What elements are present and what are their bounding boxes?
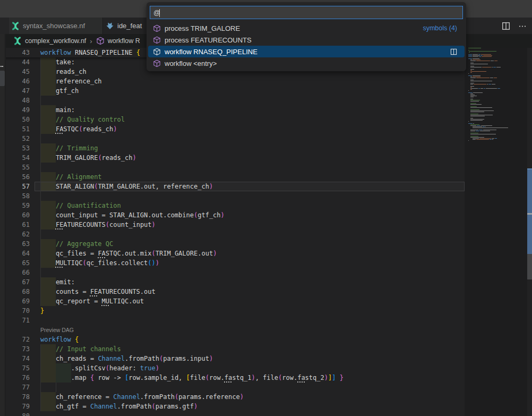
symbol-package-icon xyxy=(153,36,161,44)
line-number: 72 xyxy=(6,335,30,344)
line-number: 50 xyxy=(6,115,30,124)
code-line-48[interactable]: 48 xyxy=(6,96,465,105)
code-line-text: .splitCsv(header: true) xyxy=(40,363,159,373)
line-number: 77 xyxy=(6,383,30,392)
editor-scrollbar-slider[interactable] xyxy=(527,254,532,279)
tab-syntax-showcase[interactable]: syntax_showcase.nf xyxy=(9,18,103,34)
code-line-57[interactable]: 57 STAR_ALIGN(TRIM_GALORE.out, reference… xyxy=(6,182,465,191)
code-line-46[interactable]: 46 reference_ch xyxy=(6,77,465,86)
code-line-47[interactable]: 47 gtf_ch xyxy=(6,86,465,96)
code-editor[interactable]: 43workflow RNASEQ_PIPELINE { 44 take:45 … xyxy=(6,48,465,416)
code-line-58[interactable]: 58 xyxy=(6,191,465,201)
code-line-text: workflow { xyxy=(40,335,79,344)
quick-pick-list: process TRIM_GALOREsymbols (4)process FE… xyxy=(148,22,465,69)
quickpick-item-2[interactable]: workflow RNASEQ_PIPELINE xyxy=(148,46,465,57)
code-line-text: FASTQC(reads_ch) xyxy=(40,124,117,134)
code-line-80[interactable]: 80 xyxy=(6,411,465,416)
code-line-79[interactable]: 79 ch_gtf = Channel.fromPath(params.gtf) xyxy=(6,402,465,411)
code-line-text: ch_reference = Channel.fromPath(params.r… xyxy=(40,392,244,402)
code-line-71[interactable]: 71 xyxy=(6,316,465,325)
code-line-text: TRIM_GALORE(reads_ch) xyxy=(40,153,136,163)
indent-guide xyxy=(40,134,41,143)
codelens-row: Preview DAG xyxy=(6,325,465,335)
code-line-75[interactable]: 75 .splitCsv(header: true) xyxy=(6,363,465,373)
code-line-56[interactable]: 56 // Alignment xyxy=(6,172,465,182)
line-number: 52 xyxy=(6,134,30,143)
code-line-text: // Alignment xyxy=(40,172,102,182)
code-line-74[interactable]: 74 ch_reads = Channel.fromPath(params.in… xyxy=(6,354,465,363)
chevron-right-icon: › xyxy=(89,37,92,45)
codelens-preview-dag-link[interactable]: Preview DAG xyxy=(40,327,74,333)
quick-pick-input[interactable] xyxy=(150,6,462,19)
code-line-text: count_input = STAR_ALIGN.out.combine(gtf… xyxy=(40,210,225,220)
quickpick-item-0[interactable]: process TRIM_GALOREsymbols (4) xyxy=(148,22,465,34)
code-line-59[interactable]: 59 // Quantification xyxy=(6,201,465,210)
line-number: 73 xyxy=(6,344,30,354)
code-line-53[interactable]: 53 // Trimming xyxy=(6,143,465,153)
code-line-text: // Aggregate QC xyxy=(40,239,113,249)
code-line-text: .map { row -> [row.sample_id, [file(row.… xyxy=(40,373,344,383)
breadcrumb-file[interactable]: complex_workflow.nf xyxy=(25,37,86,45)
code-line-70[interactable]: 70} xyxy=(6,306,465,316)
code-line-67[interactable]: 67 emit: xyxy=(6,277,465,287)
editor-actions xyxy=(502,18,527,34)
minimap[interactable] xyxy=(465,48,527,416)
line-number: 45 xyxy=(6,67,30,77)
code-line-72[interactable]: 72workflow { xyxy=(6,335,465,344)
code-line-69[interactable]: 69 qc_report = MULTIQC.out xyxy=(6,296,465,306)
indent-guide xyxy=(40,96,41,105)
line-number: 60 xyxy=(6,210,30,220)
code-line-54[interactable]: 54 TRIM_GALORE(reads_ch) xyxy=(6,153,465,163)
arrow-down-file-icon xyxy=(106,22,114,30)
quickpick-item-3[interactable]: workflow <entry> xyxy=(148,57,465,69)
code-line-76[interactable]: 76 .map { row -> [row.sample_id, [file(r… xyxy=(6,373,465,383)
code-line-65[interactable]: 65 MULTIQC(qc_files.collect()) xyxy=(6,258,465,268)
line-number: 48 xyxy=(6,96,30,105)
line-number: 65 xyxy=(6,258,30,268)
code-line-66[interactable]: 66 xyxy=(6,268,465,277)
code-line-63[interactable]: 63 // Aggregate QC xyxy=(6,239,465,249)
code-line-text: // Input channels xyxy=(40,344,121,354)
quickpick-item-1[interactable]: process FEATURECOUNTS xyxy=(148,34,465,46)
code-line-49[interactable]: 49 main: xyxy=(6,105,465,115)
quick-pick-input-box xyxy=(150,6,463,19)
line-number: 59 xyxy=(6,201,30,210)
code-line-51[interactable]: 51 FASTQC(reads_ch) xyxy=(6,124,465,134)
more-actions-icon[interactable] xyxy=(518,22,527,30)
open-to-side-icon[interactable] xyxy=(450,48,457,55)
code-line-64[interactable]: 64 qc_files = FASTQC.out.mix(TRIM_GALORE… xyxy=(6,249,465,258)
breadcrumb-symbol[interactable]: workflow R xyxy=(108,37,140,45)
code-line-52[interactable]: 52 xyxy=(6,134,465,143)
indent-guide xyxy=(56,383,56,392)
code-line-text: gtf_ch xyxy=(40,86,79,96)
indent-guide xyxy=(40,230,41,239)
line-number: 49 xyxy=(6,105,30,115)
line-number: 62 xyxy=(6,230,30,239)
text-cursor xyxy=(159,9,160,17)
code-line-77[interactable]: 77 xyxy=(6,383,465,392)
code-line-68[interactable]: 68 counts = FEATURECOUNTS.out xyxy=(6,287,465,296)
line-number: 78 xyxy=(6,392,30,402)
line-number: 71 xyxy=(6,316,30,325)
code-line-78[interactable]: 78 ch_reference = Channel.fromPath(param… xyxy=(6,392,465,402)
indent-guide xyxy=(40,268,41,277)
code-line-73[interactable]: 73 // Input channels xyxy=(6,344,465,354)
code-line-50[interactable]: 50 // Quality control xyxy=(6,115,465,124)
code-line-text: STAR_ALIGN(TRIM_GALORE.out, reference_ch… xyxy=(40,182,213,191)
code-line-55[interactable]: 55 xyxy=(6,163,465,172)
split-editor-icon[interactable] xyxy=(502,22,510,30)
adjacent-scrollbar-slider[interactable] xyxy=(0,71,5,86)
code-line-text: ch_reads = Channel.fromPath(params.input… xyxy=(40,354,213,363)
tab-label: syntax_showcase.nf xyxy=(23,22,85,30)
code-line-text: main: xyxy=(40,105,75,115)
line-number: 80 xyxy=(6,411,30,416)
quickpick-item-label: process TRIM_GALORE xyxy=(165,24,240,32)
code-line-60[interactable]: 60 count_input = STAR_ALIGN.out.combine(… xyxy=(6,210,465,220)
symbol-package-icon xyxy=(153,60,161,67)
line-number: 61 xyxy=(6,220,30,230)
line-number: 67 xyxy=(6,277,30,287)
line-number: 76 xyxy=(6,373,30,383)
symbol-package-icon xyxy=(96,37,105,45)
code-line-62[interactable]: 62 xyxy=(6,230,465,239)
code-line-61[interactable]: 61 FEATURECOUNTS(count_input) xyxy=(6,220,465,230)
